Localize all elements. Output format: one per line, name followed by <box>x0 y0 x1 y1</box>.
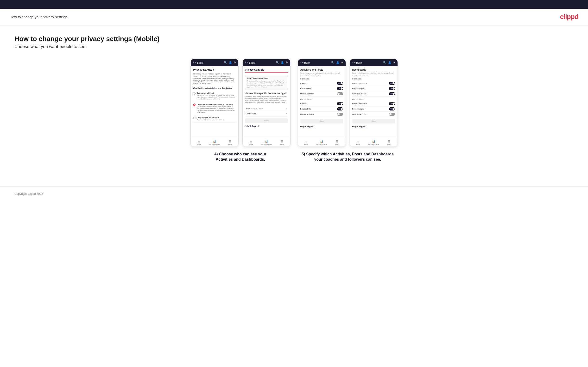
copyright-text: Copyright Clippd 2022 <box>14 192 43 195</box>
activities-posts-row[interactable]: Activities and Posts › <box>245 105 288 111</box>
followers-manual-toggle[interactable] <box>337 113 343 116</box>
dashboards-desc-4: Select the dashboards that you'd like to… <box>352 72 395 76</box>
activities-posts-label: Activities and Posts <box>246 107 263 109</box>
settings-icon-4[interactable]: ⚙ <box>393 61 395 64</box>
privacy-tab-2: Privacy Controls <box>245 68 288 73</box>
chart-icon-1: 📊 <box>213 140 216 143</box>
mockup-3: ‹ < Back 🔍 👤 ⚙ Activities and Posts Sele… <box>298 59 346 147</box>
phone-footer-3: ⌂ Home 📊 My Performance ☰ Menu <box>298 138 346 147</box>
footer-home-4[interactable]: ⌂ Home <box>356 140 360 145</box>
back-label-2: < Back <box>247 61 255 64</box>
footer-menu-4[interactable]: ☰ Menu <box>387 140 391 145</box>
option-followers-title: Only Approved Followers and Your Coach <box>197 103 236 105</box>
chevron-right-icon-dashboards: › <box>286 112 287 115</box>
option-coach-only[interactable]: Only You and Your Coach Only you and the… <box>193 115 236 123</box>
mockup-2: ‹ < Back 🔍 👤 ⚙ Privacy Controls Only You… <box>242 59 291 147</box>
person-icon-4[interactable]: 👤 <box>388 61 391 64</box>
chart-icon-2: 📊 <box>265 140 268 143</box>
phone-footer-2: ⌂ Home 📊 My Performance ☰ Menu <box>243 138 290 147</box>
option-coach-only-desc: Only you and the coaches you connect wit… <box>197 119 224 121</box>
search-icon-1[interactable]: 🔍 <box>224 61 227 64</box>
footer-home-1[interactable]: ⌂ Home <box>197 140 201 145</box>
followers-round-insights-label: Round Insights <box>352 108 364 110</box>
followers-rounds-toggle[interactable]: ON <box>337 102 343 105</box>
page-footer: Copyright Clippd 2022 <box>0 186 588 200</box>
coaches-label-3: COACHES <box>300 78 343 80</box>
followers-drills-label: Practice Drills <box>300 108 311 110</box>
nav-icons-1: 🔍 👤 ⚙ <box>224 61 236 64</box>
phone-nav-2: ‹ < Back 🔍 👤 ⚙ <box>243 59 290 66</box>
followers-player-dashboard-toggle[interactable]: ON <box>389 102 395 105</box>
home-label-3: Home <box>304 144 308 145</box>
coaches-rounds-row: Rounds ON <box>300 81 343 86</box>
activities-posts-title-3: Activities and Posts <box>300 68 343 71</box>
coaches-manual-row: Manual Activities <box>300 91 343 97</box>
option-box-desc: Only you and the coaches you connect wit… <box>247 80 286 88</box>
footer-performance-4[interactable]: 📊 My Performance <box>368 140 379 145</box>
performance-label-4: My Performance <box>368 144 379 145</box>
coaches-round-insights-toggle[interactable]: ON <box>389 87 395 90</box>
mockups-row: ‹ < Back 🔍 👤 ⚙ Privacy Controls Control … <box>14 59 574 162</box>
home-label-1: Home <box>197 144 201 145</box>
mockup-1: ‹ < Back 🔍 👤 ⚙ Privacy Controls Control … <box>190 59 239 147</box>
coaches-rounds-toggle[interactable]: ON <box>337 82 343 85</box>
footer-menu-1[interactable]: ☰ Menu <box>228 140 232 145</box>
back-button-3[interactable]: ‹ < Back <box>300 61 310 64</box>
settings-icon-3[interactable]: ⚙ <box>341 61 343 64</box>
coaches-player-dashboard-toggle[interactable]: ON <box>389 82 395 85</box>
person-icon-2[interactable]: 👤 <box>281 61 284 64</box>
back-button-2[interactable]: ‹ < Back <box>245 61 255 64</box>
search-icon-3[interactable]: 🔍 <box>331 61 335 64</box>
settings-icon-2[interactable]: ⚙ <box>285 61 288 64</box>
footer-performance-3[interactable]: 📊 My Performance <box>317 140 327 145</box>
radio-coach-only[interactable] <box>193 117 196 119</box>
radio-everyone[interactable] <box>193 92 196 95</box>
option-followers-desc: Only approved followers and coaches you … <box>197 106 236 113</box>
page-heading: How to change your privacy settings (Mob… <box>14 35 574 43</box>
save-button-2[interactable]: Save <box>245 118 288 123</box>
followers-round-insights-toggle[interactable]: ON <box>389 107 395 110</box>
back-button-1[interactable]: ‹ < Back <box>193 61 203 64</box>
followers-drills-toggle[interactable]: ON <box>337 107 343 110</box>
settings-icon-1[interactable]: ⚙ <box>233 61 236 64</box>
coaches-what-to-work-label: What To Work On <box>352 93 366 95</box>
footer-performance-1[interactable]: 📊 My Performance <box>209 140 220 145</box>
footer-menu-2[interactable]: ☰ Menu <box>280 140 284 145</box>
person-icon-3[interactable]: 👤 <box>336 61 339 64</box>
home-icon-1: ⌂ <box>198 140 200 143</box>
coaches-drills-toggle[interactable]: ON <box>337 87 343 90</box>
footer-home-3[interactable]: ⌂ Home <box>304 140 308 145</box>
option-box-title: Only You and Your Coach <box>247 77 286 79</box>
home-label-4: Home <box>356 144 360 145</box>
followers-what-to-work-toggle[interactable] <box>389 113 395 116</box>
page-subheading: Choose what you want people to see <box>14 44 574 49</box>
right-group: ‹ < Back 🔍 👤 ⚙ Activities and Posts Sele… <box>298 59 398 162</box>
option-everyone[interactable]: Everyone on Clippd Everyone on Clippd ca… <box>193 91 236 102</box>
followers-label-3: FOLLOWERS <box>300 99 343 100</box>
phone-nav-1: ‹ < Back 🔍 👤 ⚙ <box>191 59 238 66</box>
coaches-manual-toggle[interactable] <box>337 92 343 95</box>
footer-home-2[interactable]: ⌂ Home <box>249 140 253 145</box>
save-button-4[interactable]: Save <box>352 119 395 124</box>
person-icon-1[interactable]: 👤 <box>229 61 232 64</box>
activities-posts-desc-3: Select the types of activity that you'd … <box>300 72 343 76</box>
footer-performance-2[interactable]: 📊 My Performance <box>261 140 272 145</box>
top-bar <box>0 0 588 9</box>
radio-followers[interactable] <box>193 103 196 106</box>
performance-label-1: My Performance <box>209 144 220 145</box>
back-button-4[interactable]: ‹ < Back <box>352 61 362 64</box>
coaches-what-to-work-row: What To Work On ON <box>352 91 395 97</box>
option-followers[interactable]: Only Approved Followers and Your Coach O… <box>193 102 236 115</box>
coaches-label-4: COACHES <box>352 78 395 80</box>
followers-label-4: FOLLOWERS <box>352 99 395 100</box>
search-icon-4[interactable]: 🔍 <box>383 61 387 64</box>
footer-menu-3[interactable]: ☰ Menu <box>335 140 339 145</box>
coaches-player-dashboard-label: Player Dashboard <box>352 82 367 84</box>
coaches-what-to-work-toggle[interactable]: ON <box>389 92 395 95</box>
coaches-drills-label: Practice Drills <box>300 87 311 90</box>
save-button-3[interactable]: Save <box>300 119 343 124</box>
menu-icon-2: ☰ <box>280 140 283 143</box>
dashboards-row[interactable]: Dashboards › <box>245 111 288 117</box>
search-icon-2[interactable]: 🔍 <box>276 61 279 64</box>
caption-left: 4) Choose who can see your Activities an… <box>207 151 274 162</box>
